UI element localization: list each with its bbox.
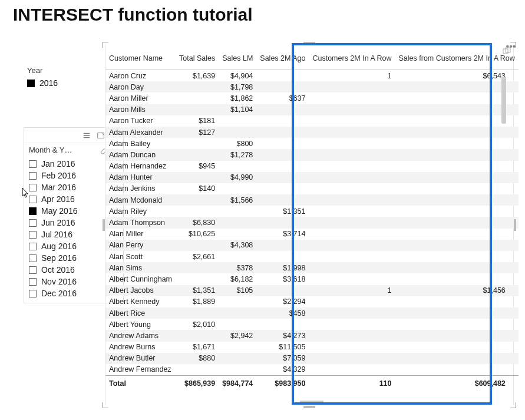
table-row[interactable]: Albert Young$2,010 [105,319,519,330]
scroll-thumb[interactable] [501,77,506,124]
cell [176,138,219,149]
cell [309,229,395,240]
checkbox-icon[interactable] [29,231,37,239]
cell [256,149,309,160]
cell: $1,862 [219,92,256,104]
table-row[interactable]: Adam Alexander$127 [105,127,519,138]
year-slicer[interactable]: Year 2016 [27,66,98,88]
cell: $6,830 [176,217,219,228]
table-row[interactable]: Adam Duncan$1,278 [105,149,519,160]
checkbox-icon[interactable] [27,80,35,87]
table-row[interactable]: Alan Perry$4,308 [105,240,519,251]
checkbox-icon[interactable] [29,278,37,286]
cell [256,217,309,228]
total-sales-2m: $983,950 [256,376,309,392]
cell [309,364,395,376]
checkbox-icon[interactable] [29,207,37,215]
month-item-label: May 2016 [41,206,77,216]
cell: 1 [309,70,395,82]
table-row[interactable]: Aaron Mills$1,104 [105,104,519,115]
cell: $140 [176,183,219,194]
table-visual[interactable]: ••• Customer Name Total Sales Sales LM S… [105,45,514,405]
table-row[interactable]: Andrew Burns$1,671$11,505 [105,342,519,353]
resize-handle-icon[interactable] [510,42,516,48]
cell [309,240,395,251]
table-row[interactable]: Andrew Butler$880$7,059 [105,353,519,364]
checkbox-icon[interactable] [29,254,37,262]
cell [219,206,256,217]
col-sales-2m-ago[interactable]: Sales 2M Ago [256,45,309,70]
table-row[interactable]: Adam Hunter$4,990 [105,172,519,183]
resize-handle-icon[interactable] [103,42,108,48]
table-row[interactable]: Adam Mcdonald$1,566 [105,194,519,206]
cell: $4,308 [219,240,256,251]
table-row[interactable]: Aaron Miller$1,862$637 [105,92,519,104]
table-row[interactable]: Alan Miller$10,625$3,714 [105,229,519,240]
cell [256,161,309,172]
table-row[interactable]: Alan Scott$2,661 [105,251,519,262]
resize-handle-icon[interactable] [510,402,516,408]
table-row[interactable]: Adam Hernandez$945 [105,161,519,172]
cell [309,92,395,104]
table-row[interactable]: Albert Rice$458 [105,307,519,319]
checkbox-icon[interactable] [29,160,37,168]
resize-handle-icon[interactable] [103,402,108,408]
table-row[interactable]: Albert Cunningham$6,182$3,618 [105,273,519,285]
cell [309,217,395,228]
cell [309,319,395,330]
cell [256,319,309,330]
cell: $10,625 [176,229,219,240]
table-row[interactable]: Adam Riley$1,351 [105,206,519,217]
cell [219,251,256,262]
vertical-scrollbar[interactable] [501,77,506,385]
table-row[interactable]: Aaron Tucker$181 [105,115,519,127]
resize-handle-icon[interactable] [514,219,516,231]
year-item[interactable]: 2016 [27,78,98,88]
cell [309,127,395,138]
table-row[interactable]: Aaron Day$1,798 [105,81,519,92]
table-row[interactable]: Adam Jenkins$140 [105,183,519,194]
month-item-label: Jun 2016 [41,218,75,227]
col-total-sales[interactable]: Total Sales [176,45,219,70]
cell [256,138,309,149]
table-row[interactable]: Aaron Cruz$1,639$4,9041$6,543 [105,70,519,82]
cell [176,364,219,376]
cell [256,183,309,194]
cell: Albert Jacobs [105,285,176,296]
table-row[interactable]: Andrew Fernandez$4,329 [105,364,519,376]
checkbox-icon[interactable] [29,172,37,180]
col-sales-lm[interactable]: Sales LM [219,45,256,70]
table-row[interactable]: Albert Jacobs$1,351$1051$1,456 [105,285,519,296]
cursor-icon [19,186,31,200]
col-customers-2m-row[interactable]: Customers 2M In A Row [309,45,395,70]
cell [176,149,219,160]
cell [256,194,309,206]
focus-mode-icon[interactable] [96,131,105,140]
col-sales-cust-2m-row[interactable]: Sales from Customers 2M In A Row [395,45,519,70]
cell: $1,639 [176,70,219,82]
horizontal-scroll-thumb[interactable] [300,401,323,404]
checkbox-icon[interactable] [29,243,37,250]
cell [176,81,219,92]
table-row[interactable]: Adam Thompson$6,830 [105,217,519,228]
hamburger-icon[interactable] [82,131,91,140]
cell: Adam Hunter [105,172,176,183]
cell: Alan Perry [105,240,176,251]
checkbox-icon[interactable] [29,219,37,227]
cell [395,194,519,206]
table-row[interactable]: Adam Bailey$800 [105,138,519,149]
cell [219,115,256,127]
table-row[interactable]: Albert Kennedy$1,889$2,294 [105,296,519,307]
popout-icon[interactable] [503,47,511,55]
cell [395,206,519,217]
cell [219,296,256,307]
checkbox-icon[interactable] [29,290,37,297]
resize-handle-icon[interactable] [103,219,105,231]
table-row[interactable]: Andrew Adams$2,942$4,273 [105,330,519,341]
resize-handle-icon[interactable] [303,406,315,408]
col-customer-name[interactable]: Customer Name [105,45,176,70]
cell [395,217,519,228]
table-row[interactable]: Alan Sims$378$1,998 [105,262,519,273]
resize-handle-icon[interactable] [303,42,315,44]
checkbox-icon[interactable] [29,266,37,274]
